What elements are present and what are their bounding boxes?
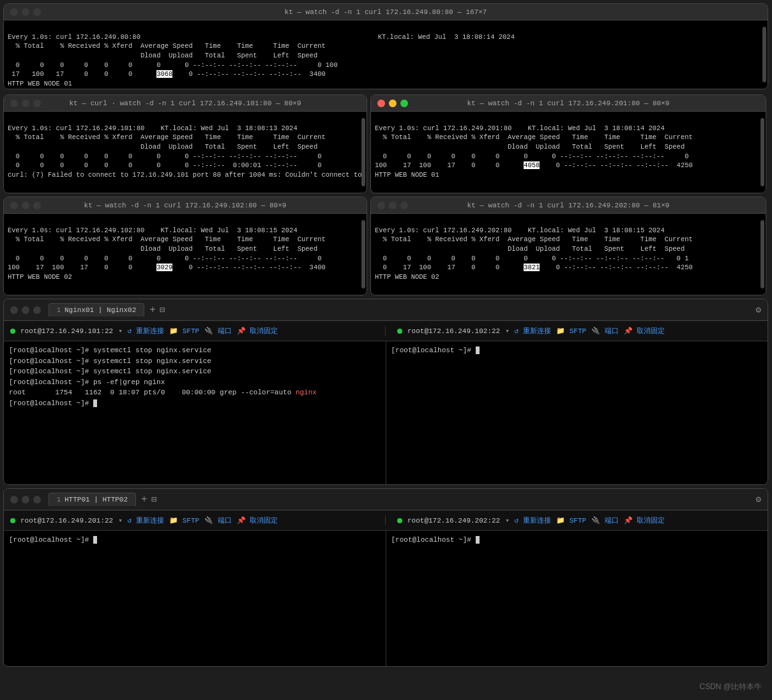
curl-101-row2: 0 0 0 0 0 0 0 0 --:--:-- 0:00:01 --:--:-…	[8, 161, 321, 169]
close-button-202[interactable]	[377, 202, 385, 209]
main-row1: 0 0 0 0 0 0 0 0 --:--:-- --:--:-- --:--:…	[8, 61, 338, 69]
http-cursor-left	[93, 536, 97, 544]
http-port-left[interactable]: 🔌 端口	[204, 516, 232, 525]
nginx-reconnect-right[interactable]: ↺ 重新连接	[515, 326, 551, 336]
close-button[interactable]	[10, 8, 18, 16]
main-row2: 17 100 17 0 0 0 3068 0 --:--:-- --:--:--…	[8, 70, 326, 78]
curl-202-content: Every 1.0s: curl 172.16.249.202:80 KT.lo…	[371, 214, 766, 295]
curl-102-row2: 100 17 100 17 0 0 3029 0 --:--:-- --:--:…	[8, 264, 326, 271]
maximize-button-201[interactable]	[400, 100, 408, 107]
nginx-reconnect-left[interactable]: ↺ 重新连接	[128, 326, 164, 336]
nginx-pane-left-content: [root@localhost ~]# systemctl stop nginx…	[9, 346, 317, 407]
curl-102-scrollbar[interactable]	[361, 220, 365, 288]
maximize-button-102[interactable]	[33, 202, 41, 209]
curl-102-row3: HTTP WEB NODE 02	[8, 273, 72, 281]
nginx-port-right[interactable]: 🔌 端口	[591, 326, 619, 336]
curl-101-content: Every 1.0s: curl 172.16.249.101:80 KT.lo…	[4, 112, 367, 193]
http-port-right[interactable]: 🔌 端口	[591, 516, 619, 525]
curl-202-command: Every 1.0s: curl 172.16.249.202:80 KT.lo…	[375, 227, 665, 234]
curl-101-title: kt — curl · watch -d -n 1 curl 172.16.24…	[69, 100, 301, 107]
traffic-lights-201	[377, 100, 408, 107]
close-button-201[interactable]	[377, 100, 385, 107]
nginx-unpin-left[interactable]: 📌 取消固定	[237, 326, 278, 336]
maximize-button[interactable]	[33, 8, 41, 16]
curl-101-header: % Total % Received % Xferd Average Speed…	[8, 133, 326, 151]
nginx-pane-right[interactable]: [root@localhost ~]#	[386, 341, 768, 484]
http-tab[interactable]: 1 HTTP01 | HTTP02	[49, 493, 136, 506]
nginx-pane-left[interactable]: [root@localhost ~]# systemctl stop nginx…	[4, 341, 386, 484]
split-button-nginx[interactable]: ⊟	[160, 304, 165, 315]
http-pane-left[interactable]: [root@localhost ~]#	[4, 531, 386, 666]
http-sftp-right[interactable]: 📁 SFTP	[556, 516, 586, 525]
http-unpin-right[interactable]: 📌 取消固定	[624, 516, 665, 525]
http-traffic-lights	[10, 496, 41, 503]
nginx-tab[interactable]: 1 Nginx01 | Nginx02	[49, 303, 144, 316]
http-pane-right[interactable]: [root@localhost ~]#	[386, 531, 768, 666]
nginx-port-left[interactable]: 🔌 端口	[204, 326, 232, 336]
minimize-button[interactable]	[22, 8, 29, 16]
close-button-101[interactable]	[10, 100, 18, 107]
main-terminal-content: Every 1.0s: curl 172.16.249.80:80 KT.loc…	[4, 20, 768, 89]
http-ssh-window: 1 HTTP01 | HTTP02 + ⊟ ⚙ root@172.16.249.…	[3, 488, 768, 667]
new-tab-button-nginx[interactable]: +	[149, 304, 156, 316]
traffic-lights-102	[10, 202, 41, 209]
cursor-right	[476, 346, 480, 354]
minimize-button-101[interactable]	[22, 100, 29, 107]
nginx-close-button[interactable]	[10, 306, 18, 314]
http-sftp-left[interactable]: 📁 SFTP	[169, 516, 199, 525]
curl-202-title: kt — watch -d -n 1 curl 172.16.249.202:8…	[467, 202, 670, 209]
settings-icon-nginx[interactable]: ⚙	[756, 304, 761, 315]
nginx-minimize-button[interactable]	[22, 306, 29, 314]
http-conn-left: root@172.16.249.201:22 ▾ ↺ 重新连接 📁 SFTP 🔌…	[10, 516, 386, 525]
curl-101-error: curl: (7) Failed to connect to 172.16.24…	[8, 171, 367, 179]
close-button-102[interactable]	[10, 202, 18, 209]
speed-highlight-102: 3029	[156, 264, 172, 271]
http-minimize-button[interactable]	[22, 496, 29, 503]
nginx-maximize-button[interactable]	[33, 306, 41, 314]
curl-201-row3: HTTP WEB NODE 01	[375, 171, 439, 179]
main-watch-window: kt — watch -d -n 1 curl 172.16.249.80:80…	[3, 3, 768, 89]
nginx-ssh-body: [root@localhost ~]# systemctl stop nginx…	[4, 341, 768, 484]
speed-highlight-main: 3068	[156, 70, 172, 78]
curl-202-header: % Total % Received % Xferd Average Speed…	[375, 235, 693, 253]
nginx-tab-label: Nginx01 | Nginx02	[64, 306, 136, 314]
curl-102-content: Every 1.0s: curl 172.16.249.102:80 KT.lo…	[4, 214, 367, 295]
curl-102-title: kt — watch -d -n 1 curl 172.16.249.102:8…	[84, 202, 287, 209]
new-tab-button-http[interactable]: +	[141, 494, 148, 505]
nginx-sftp-left[interactable]: 📁 SFTP	[169, 327, 199, 335]
http-conn-right: root@172.16.249.202:22 ▾ ↺ 重新连接 📁 SFTP 🔌…	[391, 516, 665, 525]
speed-highlight-202: 3821	[524, 264, 540, 271]
cursor-left	[93, 399, 97, 407]
traffic-lights-101	[10, 100, 41, 107]
curl-101-scrollbar[interactable]	[361, 118, 365, 186]
main-row3: HTTP WEB NODE 01	[8, 80, 72, 87]
maximize-button-202[interactable]	[400, 202, 408, 209]
split-button-http[interactable]: ⊟	[151, 494, 156, 505]
http-close-button[interactable]	[10, 496, 18, 503]
curl-101-row1: 0 0 0 0 0 0 0 0 --:--:-- --:--:-- --:--:…	[8, 153, 321, 160]
minimize-button-201[interactable]	[389, 100, 397, 107]
settings-icon-http[interactable]: ⚙	[756, 494, 761, 505]
curl-201-scrollbar[interactable]	[761, 118, 764, 186]
minimize-button-102[interactable]	[22, 202, 29, 209]
nginx-keyword: nginx	[296, 389, 317, 396]
nginx-unpin-right[interactable]: 📌 取消固定	[624, 326, 665, 336]
http-ssh-body: [root@localhost ~]# [root@localhost ~]#	[4, 531, 768, 666]
minimize-button-202[interactable]	[389, 202, 397, 209]
curl-201-titlebar: kt — watch -d -n 1 curl 172.16.249.201:8…	[371, 95, 766, 112]
http-reconnect-left[interactable]: ↺ 重新连接	[128, 516, 164, 525]
nginx-sftp-right[interactable]: 📁 SFTP	[556, 327, 586, 335]
http-unpin-left[interactable]: 📌 取消固定	[237, 516, 278, 525]
main-titlebar: kt — watch -d -n 1 curl 172.16.249.80:80…	[4, 4, 768, 20]
main-command: Every 1.0s: curl 172.16.249.80:80 KT.loc…	[8, 33, 515, 41]
curl-202-scrollbar[interactable]	[761, 220, 764, 288]
traffic-lights-main	[10, 8, 41, 16]
maximize-button-101[interactable]	[33, 100, 41, 107]
http-pane-right-content: [root@localhost ~]#	[391, 536, 480, 544]
curl-102-titlebar: kt — watch -d -n 1 curl 172.16.249.102:8…	[4, 197, 367, 214]
curl-202-window: kt — watch -d -n 1 curl 172.16.249.202:8…	[370, 197, 766, 295]
nginx-status-dot-left	[10, 329, 15, 334]
main-scrollbar[interactable]	[762, 27, 766, 82]
http-maximize-button[interactable]	[33, 496, 41, 503]
http-reconnect-right[interactable]: ↺ 重新连接	[515, 516, 551, 525]
